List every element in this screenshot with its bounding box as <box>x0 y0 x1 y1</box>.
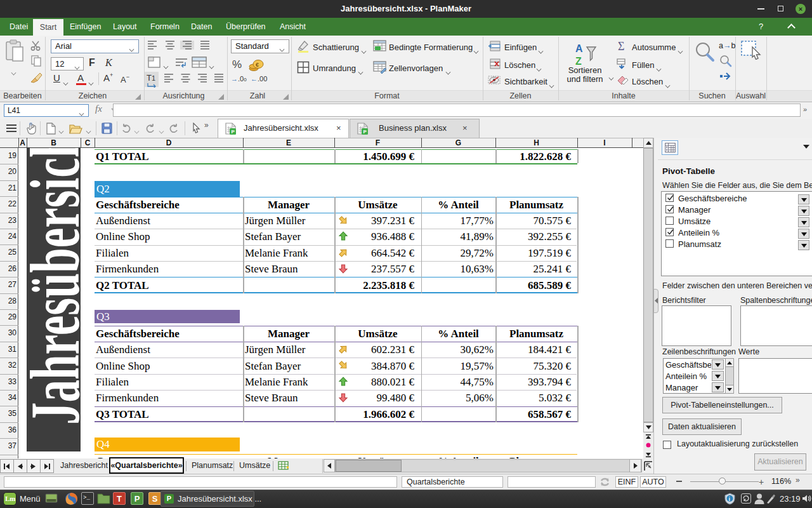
svg-text:i: i <box>729 496 731 502</box>
svg-text:€: € <box>256 62 259 68</box>
svg-text:P: P <box>232 129 235 135</box>
svg-text:A: A <box>575 43 583 54</box>
svg-text:P: P <box>363 129 367 135</box>
